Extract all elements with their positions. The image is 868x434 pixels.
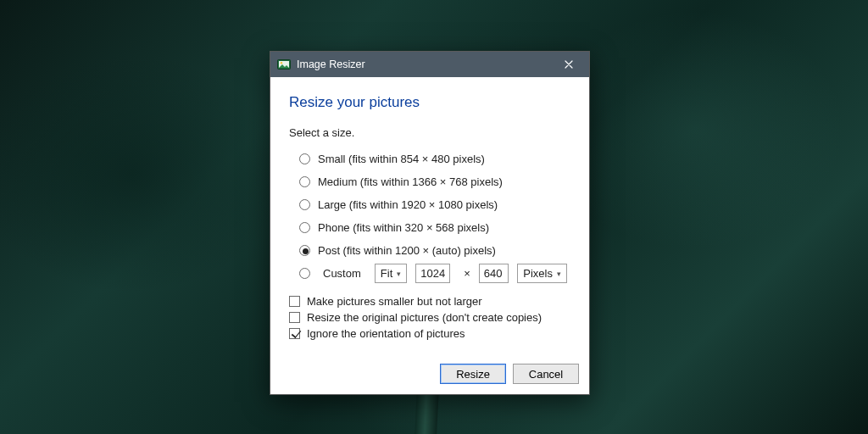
input-value: 1024 [420,267,445,280]
button-label: Cancel [529,368,563,381]
resize-button[interactable]: Resize [440,364,506,384]
cancel-button[interactable]: Cancel [513,364,579,384]
checkbox-icon [289,296,300,307]
size-option-label: Small (fits within 854 × 480 pixels) [318,153,485,165]
custom-unit-select[interactable]: Pixels ▾ [517,264,567,283]
size-option-post[interactable]: Post (fits within 1200 × (auto) pixels) [299,241,570,259]
radio-icon [299,268,310,279]
app-icon [277,58,291,71]
option-checkboxes: Make pictures smaller but not larger Res… [289,295,570,340]
size-option-label: Post (fits within 1200 × (auto) pixels) [318,244,496,257]
checkbox-smaller-only[interactable]: Make pictures smaller but not larger [289,295,570,308]
size-option-phone[interactable]: Phone (fits within 320 × 568 pixels) [299,218,570,236]
radio-icon [299,245,310,256]
radio-icon [299,199,310,210]
custom-height-input[interactable]: 640 [479,264,509,283]
checkbox-label: Make pictures smaller but not larger [307,295,482,308]
desktop-background: Image Resizer Resize your pictures Selec… [0,0,868,434]
checkbox-label: Resize the original pictures (don't crea… [307,311,542,324]
size-option-small[interactable]: Small (fits within 854 × 480 pixels) [299,149,570,168]
size-options: Small (fits within 854 × 480 pixels) Med… [299,149,570,283]
checkbox-label: Ignore the orientation of pictures [307,327,465,340]
input-value: 640 [484,267,503,280]
button-label: Resize [456,368,490,381]
select-value: Fit [381,267,392,280]
times-symbol: × [464,267,470,280]
custom-width-input[interactable]: 1024 [415,264,450,283]
checkbox-icon [289,312,300,323]
window-title: Image Resizer [297,58,365,70]
radio-icon [299,153,310,164]
instruction-text: Select a size. [289,126,570,139]
checkbox-overwrite-originals[interactable]: Resize the original pictures (don't crea… [289,311,570,324]
radio-icon [299,176,310,187]
select-value: Pixels [523,267,553,280]
checkbox-icon [289,328,300,339]
close-icon [565,60,573,69]
size-option-label: Medium (fits within 1366 × 768 pixels) [318,175,503,188]
dialog-footer: Resize Cancel [270,355,589,394]
radio-icon [299,222,310,233]
titlebar[interactable]: Image Resizer [270,52,589,77]
size-option-label: Large (fits within 1920 × 1080 pixels) [318,198,498,211]
dialog-content: Resize your pictures Select a size. Smal… [270,77,589,355]
size-option-custom[interactable]: Custom Fit ▾ 1024 × 640 Pixels ▾ [299,264,570,283]
checkbox-ignore-orientation[interactable]: Ignore the orientation of pictures [289,327,570,340]
chevron-down-icon: ▾ [397,270,401,278]
image-resizer-dialog: Image Resizer Resize your pictures Selec… [270,51,590,395]
size-option-medium[interactable]: Medium (fits within 1366 × 768 pixels) [299,172,570,191]
size-option-label: Phone (fits within 320 × 568 pixels) [318,221,489,234]
custom-fit-mode-select[interactable]: Fit ▾ [375,264,407,283]
svg-point-2 [281,62,282,64]
size-option-label: Custom [323,267,361,280]
chevron-down-icon: ▾ [557,270,561,278]
dialog-heading: Resize your pictures [289,94,570,111]
size-option-large[interactable]: Large (fits within 1920 × 1080 pixels) [299,195,570,214]
close-button[interactable] [550,52,587,77]
